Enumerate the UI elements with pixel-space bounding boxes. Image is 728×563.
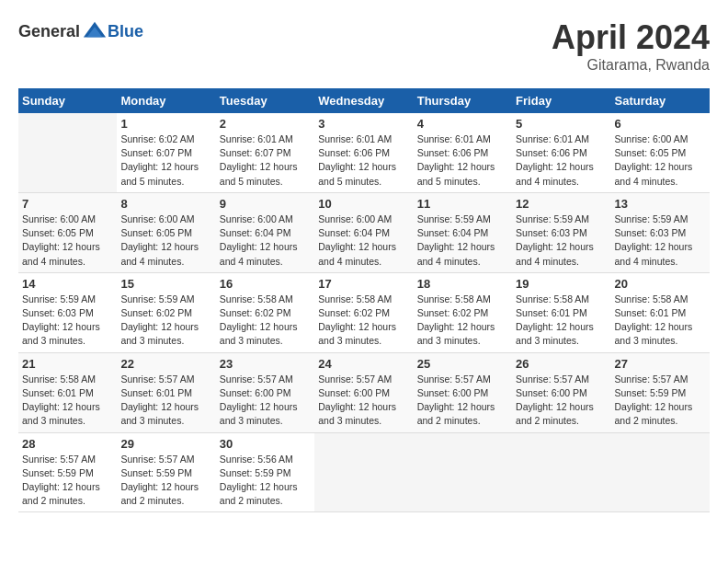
calendar-cell: 23Sunrise: 5:57 AMSunset: 6:00 PMDayligh… [216,352,314,432]
day-number: 14 [22,277,113,291]
calendar-cell: 10Sunrise: 6:00 AMSunset: 6:04 PMDayligh… [314,192,413,272]
day-details: Sunrise: 6:00 AMSunset: 6:05 PMDaylight:… [22,213,113,269]
day-number: 1 [120,117,211,131]
calendar-cell: 27Sunrise: 5:57 AMSunset: 5:59 PMDayligh… [611,352,710,432]
calendar-cell: 9Sunrise: 6:00 AMSunset: 6:04 PMDaylight… [216,192,314,272]
logo-general-text: General [18,22,80,41]
day-number: 18 [417,277,508,291]
day-number: 25 [417,357,508,371]
day-details: Sunrise: 5:57 AMSunset: 6:00 PMDaylight:… [318,373,409,429]
day-details: Sunrise: 5:57 AMSunset: 6:00 PMDaylight:… [516,373,607,429]
calendar-cell: 2Sunrise: 6:01 AMSunset: 6:07 PMDaylight… [216,113,314,192]
day-number: 5 [516,117,607,131]
calendar-cell: 18Sunrise: 5:58 AMSunset: 6:02 PMDayligh… [414,272,512,352]
day-number: 15 [120,277,211,291]
calendar-cell: 20Sunrise: 5:58 AMSunset: 6:01 PMDayligh… [611,272,710,352]
day-number: 26 [516,357,607,371]
calendar-cell: 15Sunrise: 5:59 AMSunset: 6:02 PMDayligh… [117,272,215,352]
day-number: 29 [120,437,211,451]
day-number: 21 [22,357,113,371]
day-number: 28 [22,437,113,451]
calendar-body: 1Sunrise: 6:02 AMSunset: 6:07 PMDaylight… [18,113,710,512]
weekday-header: Sunday [18,88,117,113]
day-details: Sunrise: 5:58 AMSunset: 6:01 PMDaylight:… [615,293,706,349]
day-details: Sunrise: 6:01 AMSunset: 6:06 PMDaylight:… [516,132,607,189]
weekday-header: Saturday [611,88,710,113]
calendar-cell: 29Sunrise: 5:57 AMSunset: 5:59 PMDayligh… [117,432,215,512]
day-details: Sunrise: 5:57 AMSunset: 5:59 PMDaylight:… [120,453,211,509]
calendar-header: SundayMondayTuesdayWednesdayThursdayFrid… [18,88,710,113]
calendar-cell: 5Sunrise: 6:01 AMSunset: 6:06 PMDaylight… [512,113,610,192]
day-number: 30 [220,437,311,451]
calendar-cell: 24Sunrise: 5:57 AMSunset: 6:00 PMDayligh… [314,352,413,432]
calendar-cell: 4Sunrise: 6:01 AMSunset: 6:06 PMDaylight… [414,113,512,192]
day-details: Sunrise: 5:57 AMSunset: 6:00 PMDaylight:… [220,373,311,429]
calendar-cell [414,432,512,512]
calendar-cell: 30Sunrise: 5:56 AMSunset: 5:59 PMDayligh… [216,432,314,512]
calendar-cell: 11Sunrise: 5:59 AMSunset: 6:04 PMDayligh… [414,192,512,272]
day-details: Sunrise: 5:58 AMSunset: 6:02 PMDaylight:… [417,293,508,349]
calendar-cell: 13Sunrise: 5:59 AMSunset: 6:03 PMDayligh… [611,192,710,272]
calendar-week-row: 28Sunrise: 5:57 AMSunset: 5:59 PMDayligh… [18,432,710,512]
day-details: Sunrise: 5:59 AMSunset: 6:03 PMDaylight:… [22,293,113,349]
weekday-header: Thursday [414,88,512,113]
calendar-cell [18,113,117,192]
calendar-cell [314,432,413,512]
calendar-week-row: 1Sunrise: 6:02 AMSunset: 6:07 PMDaylight… [18,113,710,192]
day-details: Sunrise: 6:00 AMSunset: 6:05 PMDaylight:… [615,132,706,189]
calendar-cell: 22Sunrise: 5:57 AMSunset: 6:01 PMDayligh… [117,352,215,432]
day-number: 3 [318,117,409,131]
day-details: Sunrise: 5:59 AMSunset: 6:03 PMDaylight:… [615,213,706,269]
logo: General Blue [18,18,143,44]
day-details: Sunrise: 5:57 AMSunset: 6:01 PMDaylight:… [120,373,211,429]
calendar-table: SundayMondayTuesdayWednesdayThursdayFrid… [18,88,710,512]
day-number: 27 [615,357,706,371]
day-number: 2 [220,117,311,131]
calendar-cell: 25Sunrise: 5:57 AMSunset: 6:00 PMDayligh… [414,352,512,432]
day-details: Sunrise: 6:02 AMSunset: 6:07 PMDaylight:… [120,132,211,189]
day-details: Sunrise: 5:58 AMSunset: 6:01 PMDaylight:… [22,373,113,429]
calendar-cell: 8Sunrise: 6:00 AMSunset: 6:05 PMDaylight… [117,192,215,272]
calendar-cell: 28Sunrise: 5:57 AMSunset: 5:59 PMDayligh… [18,432,117,512]
weekday-header: Tuesday [216,88,314,113]
day-details: Sunrise: 6:01 AMSunset: 6:07 PMDaylight:… [220,132,311,189]
day-details: Sunrise: 5:58 AMSunset: 6:02 PMDaylight:… [318,293,409,349]
weekday-header: Monday [117,88,215,113]
day-number: 8 [120,197,211,211]
day-number: 24 [318,357,409,371]
day-details: Sunrise: 5:59 AMSunset: 6:04 PMDaylight:… [417,213,508,269]
day-details: Sunrise: 6:00 AMSunset: 6:04 PMDaylight:… [318,213,409,269]
calendar-cell [512,432,610,512]
calendar-cell: 21Sunrise: 5:58 AMSunset: 6:01 PMDayligh… [18,352,117,432]
day-details: Sunrise: 6:00 AMSunset: 6:05 PMDaylight:… [120,213,211,269]
calendar-cell: 6Sunrise: 6:00 AMSunset: 6:05 PMDaylight… [611,113,710,192]
day-number: 7 [22,197,113,211]
day-number: 4 [417,117,508,131]
day-details: Sunrise: 5:59 AMSunset: 6:03 PMDaylight:… [516,213,607,269]
day-number: 17 [318,277,409,291]
day-number: 6 [615,117,706,131]
day-number: 13 [615,197,706,211]
page-header: General Blue April 2024 Gitarama, Rwanda [18,18,710,74]
calendar-cell: 26Sunrise: 5:57 AMSunset: 6:00 PMDayligh… [512,352,610,432]
calendar-cell: 3Sunrise: 6:01 AMSunset: 6:06 PMDaylight… [314,113,413,192]
calendar-week-row: 14Sunrise: 5:59 AMSunset: 6:03 PMDayligh… [18,272,710,352]
logo-blue-text: Blue [108,22,143,41]
calendar-week-row: 7Sunrise: 6:00 AMSunset: 6:05 PMDaylight… [18,192,710,272]
calendar-cell: 14Sunrise: 5:59 AMSunset: 6:03 PMDayligh… [18,272,117,352]
day-details: Sunrise: 5:57 AMSunset: 6:00 PMDaylight:… [417,373,508,429]
location-title: Gitarama, Rwanda [552,57,710,74]
day-number: 10 [318,197,409,211]
day-details: Sunrise: 5:58 AMSunset: 6:01 PMDaylight:… [516,293,607,349]
day-number: 22 [120,357,211,371]
calendar-cell: 1Sunrise: 6:02 AMSunset: 6:07 PMDaylight… [117,113,215,192]
month-title: April 2024 [552,18,710,57]
calendar-cell [611,432,710,512]
day-number: 12 [516,197,607,211]
day-details: Sunrise: 5:59 AMSunset: 6:02 PMDaylight:… [120,293,211,349]
day-number: 11 [417,197,508,211]
logo-icon [82,18,108,44]
day-details: Sunrise: 6:00 AMSunset: 6:04 PMDaylight:… [220,213,311,269]
day-details: Sunrise: 5:57 AMSunset: 5:59 PMDaylight:… [615,373,706,429]
weekday-header: Friday [512,88,610,113]
